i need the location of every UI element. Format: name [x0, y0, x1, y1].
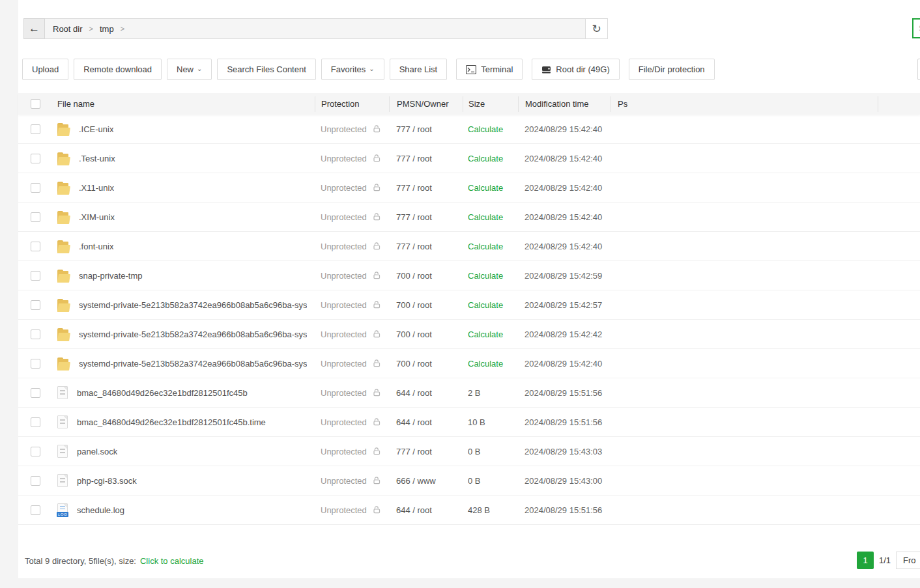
file-size: 10 B: [468, 417, 485, 427]
breadcrumb-item-tmp[interactable]: tmp: [100, 24, 114, 34]
search-input[interactable]: S: [912, 18, 920, 38]
unlock-icon[interactable]: [372, 183, 381, 192]
file-name-link[interactable]: systemd-private-5e213b582a3742ea966b08ab…: [79, 300, 307, 310]
file-name-link[interactable]: systemd-private-5e213b582a3742ea966b08ab…: [79, 359, 307, 369]
column-header-pmsn-owner[interactable]: PMSN/Owner: [389, 96, 463, 112]
unlock-icon[interactable]: [372, 359, 381, 368]
column-header-size[interactable]: Size: [463, 96, 518, 112]
page-from-button[interactable]: Fro: [896, 552, 920, 569]
file-name-link[interactable]: snap-private-tmp: [79, 271, 143, 281]
calculate-size-link[interactable]: Calculate: [468, 212, 503, 222]
table-row: .ICE-unixUnprotected777 / rootCalculate2…: [18, 115, 920, 144]
protection-status: Unprotected: [321, 505, 367, 515]
back-button[interactable]: ←: [23, 18, 45, 39]
row-checkbox[interactable]: [31, 417, 40, 427]
new-dropdown-button[interactable]: New ⌄: [167, 59, 212, 80]
file-name-link[interactable]: bmac_84680d49d26ec32e1bdf2812501fc45b.ti…: [77, 417, 266, 427]
file-table-header: File name Protection PMSN/Owner Size Mod…: [18, 93, 920, 115]
file-name-link[interactable]: .ICE-unix: [79, 124, 113, 134]
calculate-size-link[interactable]: Calculate: [468, 124, 503, 134]
terminal-button[interactable]: Terminal: [456, 59, 523, 80]
calculate-total-size-link[interactable]: Click to calculate: [140, 556, 204, 566]
row-checkbox[interactable]: [31, 124, 40, 134]
chevron-down-icon: ⌄: [197, 65, 202, 72]
row-checkbox[interactable]: [31, 242, 40, 251]
protection-status: Unprotected: [321, 359, 367, 369]
calculate-size-link[interactable]: Calculate: [468, 329, 503, 339]
protection-status: Unprotected: [321, 271, 367, 281]
unlock-icon[interactable]: [372, 505, 381, 514]
page-button-1[interactable]: 1: [857, 552, 874, 569]
select-all-checkbox[interactable]: [31, 99, 40, 109]
row-checkbox[interactable]: [31, 505, 40, 515]
file-icon: [57, 445, 68, 458]
column-header-file-name[interactable]: File name: [50, 99, 315, 109]
calculate-size-link[interactable]: Calculate: [468, 183, 503, 193]
modification-time: 2024/08/29 15:43:03: [525, 447, 602, 456]
column-header-ps[interactable]: Ps: [611, 96, 878, 112]
row-checkbox[interactable]: [31, 212, 40, 222]
calculate-size-link[interactable]: Calculate: [468, 300, 503, 310]
file-name-link[interactable]: .font-unix: [79, 242, 113, 251]
row-checkbox[interactable]: [31, 300, 40, 310]
share-list-button[interactable]: Share List: [390, 59, 448, 80]
column-header-protection[interactable]: Protection: [315, 96, 389, 112]
favorites-dropdown-button[interactable]: Favorites ⌄: [321, 59, 384, 80]
row-checkbox[interactable]: [31, 154, 40, 163]
unlock-icon[interactable]: [372, 154, 381, 163]
folder-icon: [57, 357, 70, 371]
refresh-button[interactable]: ↻: [586, 18, 608, 39]
row-checkbox[interactable]: [31, 183, 40, 193]
pmsn-owner: 666 / www: [396, 476, 436, 486]
file-dir-protection-button[interactable]: File/Dir protection: [629, 59, 715, 80]
file-name-link[interactable]: .X11-unix: [79, 183, 114, 193]
unlock-icon[interactable]: [372, 329, 381, 339]
calculate-size-link[interactable]: Calculate: [468, 242, 503, 251]
pmsn-owner: 644 / root: [396, 505, 432, 515]
terminal-icon: [466, 65, 476, 74]
upload-button[interactable]: Upload: [22, 59, 68, 80]
table-row: snap-private-tmpUnprotected700 / rootCal…: [18, 261, 920, 290]
calculate-size-link[interactable]: Calculate: [468, 271, 503, 281]
unlock-icon[interactable]: [372, 388, 381, 397]
unlock-icon[interactable]: [372, 212, 381, 221]
file-name-link[interactable]: schedule.log: [77, 505, 124, 515]
row-checkbox[interactable]: [31, 329, 40, 339]
remote-download-button[interactable]: Remote download: [74, 59, 162, 80]
protection-status: Unprotected: [321, 154, 367, 163]
row-checkbox[interactable]: [31, 271, 40, 281]
row-checkbox[interactable]: [31, 447, 40, 456]
protection-status: Unprotected: [321, 417, 367, 427]
disk-icon: [541, 65, 551, 74]
search-files-content-button[interactable]: Search Files Content: [217, 59, 315, 80]
unlock-icon[interactable]: [372, 447, 381, 456]
breadcrumb-item-root[interactable]: Root dir: [53, 24, 83, 34]
unlock-icon[interactable]: [372, 242, 381, 251]
unlock-icon[interactable]: [372, 124, 381, 133]
row-checkbox[interactable]: [31, 388, 40, 398]
button-label: File/Dir protection: [639, 64, 705, 74]
file-name-link[interactable]: systemd-private-5e213b582a3742ea966b08ab…: [79, 329, 307, 339]
row-checkbox[interactable]: [31, 476, 40, 486]
pmsn-owner: 777 / root: [396, 212, 432, 222]
unlock-icon[interactable]: [372, 476, 381, 485]
protection-status: Unprotected: [321, 124, 367, 134]
calculate-size-link[interactable]: Calculate: [468, 359, 503, 369]
file-name-link[interactable]: php-cgi-83.sock: [77, 476, 137, 486]
protection-status: Unprotected: [321, 476, 367, 486]
folder-icon: [57, 269, 70, 283]
file-name-link[interactable]: .Test-unix: [79, 154, 115, 163]
unlock-icon[interactable]: [372, 300, 381, 309]
root-dir-disk-button[interactable]: Root dir (49G): [532, 59, 619, 80]
folder-icon: [57, 210, 70, 224]
unlock-icon[interactable]: [372, 271, 381, 280]
file-name-link[interactable]: bmac_84680d49d26ec32e1bdf2812501fc45b: [77, 388, 248, 398]
file-name-link[interactable]: panel.sock: [77, 447, 117, 456]
table-row: .XIM-unixUnprotected777 / rootCalculate2…: [18, 203, 920, 232]
calculate-size-link[interactable]: Calculate: [468, 154, 503, 163]
toolbar-overflow-button[interactable]: [917, 59, 920, 80]
column-header-modification-time[interactable]: Modification time: [518, 96, 611, 112]
unlock-icon[interactable]: [372, 417, 381, 427]
file-name-link[interactable]: .XIM-unix: [79, 212, 115, 222]
row-checkbox[interactable]: [31, 359, 40, 369]
